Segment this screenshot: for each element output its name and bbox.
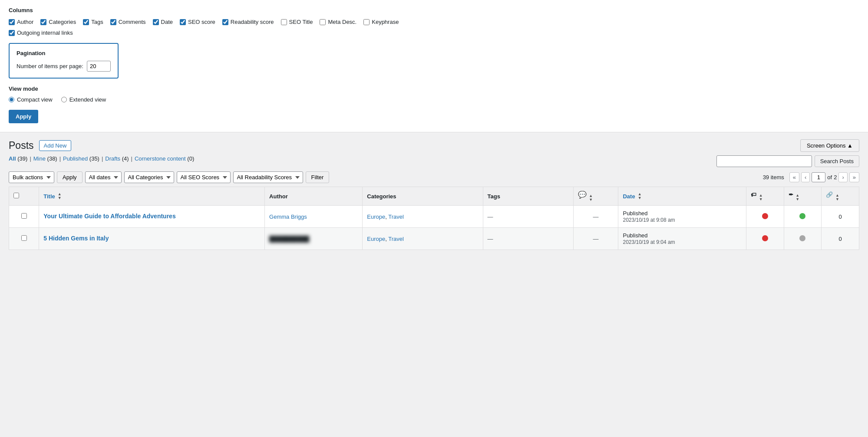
filter-all-link[interactable]: All <box>9 155 16 162</box>
compact-view-label[interactable]: Compact view <box>9 96 53 103</box>
page-title: Posts <box>9 140 34 151</box>
th-title: Title ▲▼ <box>39 187 265 206</box>
all-seo-scores-select[interactable]: All SEO Scores <box>177 171 231 183</box>
outgoing-row: Outgoing internal links <box>9 30 859 36</box>
col-label-text-7: SEO Title <box>289 19 313 25</box>
post-status: Published <box>623 232 647 239</box>
col-label-text-6: Readability score <box>231 19 274 25</box>
row-checkbox-1[interactable] <box>21 235 27 241</box>
col-checkbox-7[interactable] <box>281 19 287 25</box>
col-label-tags[interactable]: Tags <box>83 19 103 25</box>
all-readability-select[interactable]: All Readability Scores <box>233 171 303 183</box>
col-checkbox-1[interactable] <box>40 19 46 25</box>
col-checkbox-6[interactable] <box>222 19 228 25</box>
col-checkbox-4[interactable] <box>153 19 159 25</box>
filter-links-wrapper: All (39) | Mine (38) | Published (35) | … <box>9 155 859 167</box>
comments-icon: 💬 <box>578 191 587 198</box>
screen-options-button[interactable]: Screen Options ▲ <box>800 139 859 152</box>
filter-cornerstone-link[interactable]: Cornerstone content <box>135 155 186 162</box>
author-link-0[interactable]: Gemma Briggs <box>269 214 307 220</box>
row-checkbox-0[interactable] <box>21 213 27 219</box>
filter-published-link[interactable]: Published <box>63 155 88 162</box>
col-label-date[interactable]: Date <box>153 19 173 25</box>
readability-dot-1 <box>799 235 805 241</box>
all-categories-select[interactable]: All Categories <box>124 171 174 183</box>
col-label-text-5: SEO score <box>188 19 215 25</box>
posts-title-row: Posts Add New <box>9 140 71 151</box>
col-label-author[interactable]: Author <box>9 19 33 25</box>
search-input[interactable] <box>716 155 812 167</box>
readability-icon: ✒ <box>789 191 793 198</box>
category-link-1-1[interactable]: Travel <box>388 236 404 242</box>
post-title-link-0[interactable]: Your Ultimate Guide to Affordable Advent… <box>43 213 175 220</box>
bulk-actions-select[interactable]: Bulk actions <box>9 171 54 183</box>
outgoing-links-label[interactable]: Outgoing internal links <box>9 30 859 36</box>
compact-view-radio[interactable] <box>9 97 14 102</box>
table-toolbar: Bulk actions Apply All dates All Categor… <box>9 171 859 183</box>
outgoing-links-checkbox[interactable] <box>9 30 15 36</box>
col-label-seo-score[interactable]: SEO score <box>180 19 215 25</box>
col-label-meta-desc.[interactable]: Meta Desc. <box>320 19 356 25</box>
filter-all: All (39) <box>9 155 27 162</box>
extended-view-label[interactable]: Extended view <box>61 96 106 103</box>
links-count-1: 0 <box>822 228 859 250</box>
table-row: Your Ultimate Guide to Affordable Advent… <box>9 206 859 228</box>
last-page-button[interactable]: » <box>849 172 859 182</box>
readability-dot-0 <box>799 213 805 219</box>
items-per-page-input[interactable] <box>87 61 111 72</box>
columns-heading: Columns <box>9 7 859 13</box>
col-checkbox-2[interactable] <box>83 19 89 25</box>
col-label-seo-title[interactable]: SEO Title <box>281 19 313 25</box>
col-label-categories[interactable]: Categories <box>40 19 76 25</box>
post-status: Published <box>623 210 647 217</box>
pagination-label: Number of items per page: <box>17 63 83 69</box>
col-label-keyphrase[interactable]: Keyphrase <box>363 19 399 25</box>
items-count: 39 items <box>763 174 784 181</box>
current-page-input[interactable] <box>812 172 825 182</box>
col-label-text-3: Comments <box>119 19 146 25</box>
bulk-apply-button[interactable]: Apply <box>57 171 83 183</box>
posts-section: Posts Add New Screen Options ▲ All (39) … <box>0 132 868 257</box>
screen-options-apply-button[interactable]: Apply <box>9 110 38 123</box>
post-title-link-1[interactable]: 5 Hidden Gems in Italy <box>43 235 109 242</box>
author-blurred-1: ██████████ <box>269 236 309 242</box>
col-label-text-2: Tags <box>91 19 103 25</box>
filter-mine-link[interactable]: Mine <box>33 155 46 162</box>
col-checkbox-5[interactable] <box>180 19 186 25</box>
th-author: Author <box>265 187 363 206</box>
col-label-comments[interactable]: Comments <box>110 19 146 25</box>
col-checkbox-9[interactable] <box>363 19 370 25</box>
col-checkbox-0[interactable] <box>9 19 15 25</box>
pagination-box: Pagination Number of items per page: <box>9 43 119 79</box>
select-all-checkbox[interactable] <box>13 193 19 198</box>
category-link-0-0[interactable]: Europe <box>367 214 385 220</box>
th-date-link[interactable]: Date ▲▼ <box>623 192 742 200</box>
first-page-button[interactable]: « <box>789 172 799 182</box>
extended-view-radio[interactable] <box>61 97 67 102</box>
seo-dot-1 <box>762 235 768 241</box>
pagination-info: 39 items « ‹ of 2 › » <box>763 172 859 182</box>
all-dates-select[interactable]: All dates <box>85 171 122 183</box>
th-links: 🔗 ▲▼ <box>822 187 859 206</box>
category-link-0-1[interactable]: Travel <box>388 214 404 220</box>
post-date: 2023/10/19 at 9:08 am <box>623 217 675 223</box>
col-checkbox-8[interactable] <box>320 19 326 25</box>
add-new-button[interactable]: Add New <box>39 140 72 151</box>
filter-button[interactable]: Filter <box>306 171 330 183</box>
pagination-heading: Pagination <box>17 50 111 56</box>
filter-drafts-link[interactable]: Drafts <box>105 155 120 162</box>
view-mode-row: Compact view Extended view <box>9 96 859 103</box>
category-link-1-0[interactable]: Europe <box>367 236 385 242</box>
search-posts-button[interactable]: Search Posts <box>815 155 859 167</box>
outgoing-links-text: Outgoing internal links <box>17 30 73 36</box>
tags-dash: — <box>488 236 493 242</box>
screen-options-panel: Columns AuthorCategoriesTagsCommentsDate… <box>0 0 868 132</box>
next-page-button[interactable]: › <box>838 172 847 182</box>
th-title-link[interactable]: Title ▲▼ <box>43 192 260 200</box>
comments-dash: — <box>593 236 598 242</box>
col-label-readability-score[interactable]: Readability score <box>222 19 274 25</box>
prev-page-button[interactable]: ‹ <box>801 172 810 182</box>
th-tags: Tags <box>483 187 573 206</box>
col-checkbox-3[interactable] <box>110 19 116 25</box>
th-date: Date ▲▼ <box>618 187 746 206</box>
